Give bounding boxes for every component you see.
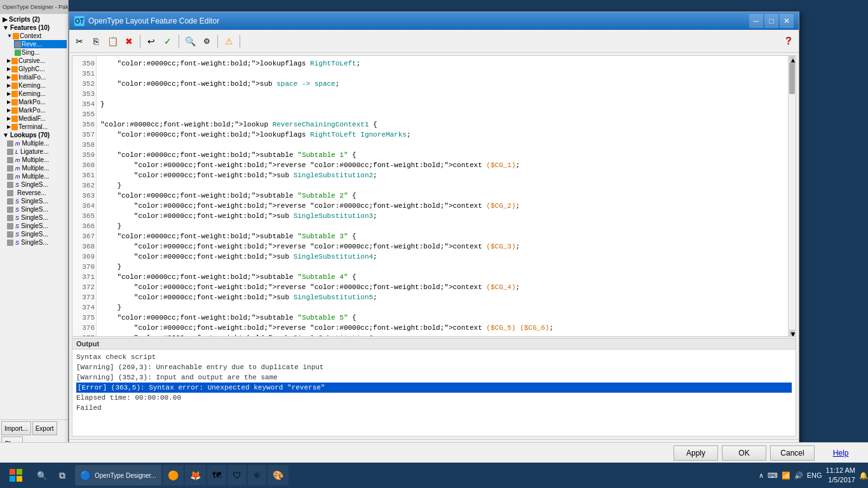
sidebar-item-cursive[interactable]: ▶Cursive... <box>6 57 67 65</box>
sidebar-item-medialf[interactable]: ▶MedialF... <box>6 114 67 123</box>
app-bottom-buttons: Import... Export Clear Code Editor... Ke… <box>0 419 68 437</box>
taskbar-item-browser[interactable]: 🦊 <box>185 465 206 485</box>
paste-button[interactable]: 📋 <box>105 34 120 49</box>
maps-icon: 🗺 <box>212 470 221 480</box>
line-number: 356 <box>82 121 95 128</box>
line-number: 376 <box>82 324 95 332</box>
undo-button[interactable]: ↩ <box>144 34 159 49</box>
sidebar-item-singles1[interactable]: SSingleS... <box>6 180 67 189</box>
line-number: 373 <box>82 294 95 301</box>
vertical-scrollbar[interactable]: ▲ ▼ <box>788 56 796 336</box>
find-button[interactable]: 🔍 <box>182 34 198 49</box>
sidebar-item-singles4[interactable]: SSingleS... <box>6 214 67 222</box>
output-header: Output <box>72 339 796 349</box>
settings-button[interactable]: ⚙ <box>199 34 214 49</box>
help-icon-button[interactable]: ? <box>781 34 796 49</box>
line-number: 370 <box>82 263 95 271</box>
sidebar-item-multiple2[interactable]: mMultiple... <box>6 156 67 164</box>
taskbar-item-shield[interactable]: 🛡 <box>227 465 247 485</box>
sidebar-item-singles5[interactable]: SSingleS... <box>6 222 67 230</box>
sidebar-item-singles6[interactable]: SSingleS... <box>6 230 67 238</box>
code-line: "color:#0000cc;font-weight:bold;">revers… <box>100 202 306 210</box>
toolbar-right: ? <box>781 34 796 49</box>
start-button[interactable] <box>0 463 32 488</box>
sidebar-item-initialfo[interactable]: ▶InitialFo... <box>6 73 67 81</box>
main-cancel-button[interactable]: Cancel <box>770 445 815 461</box>
main-help-button[interactable]: Help <box>818 445 863 461</box>
sidebar-item-singles2[interactable]: SSingleS... <box>6 197 67 205</box>
sidebar-item-terminal[interactable]: ▶Terminal... <box>6 123 67 131</box>
scrollbar-up-arrow[interactable]: ▲ <box>789 56 795 62</box>
taskbar-item-atom[interactable]: ⚛ <box>248 465 266 485</box>
import-button[interactable]: Import... <box>1 421 31 435</box>
code-panel[interactable]: 350 351 352 353 354 355 356 357 358 359 … <box>72 55 796 337</box>
main-app-title: OpenType Designer - Pak Nastaleeq (Beta … <box>3 4 68 10</box>
close-button[interactable]: ✕ <box>780 14 794 28</box>
sidebar-item-reverse[interactable]: Reve... <box>14 40 67 48</box>
export-button[interactable]: Export <box>32 421 57 435</box>
line-number: 352 <box>82 80 95 88</box>
sidebar-item-markpo1[interactable]: ▶MarkPo... <box>6 98 67 106</box>
minimize-button[interactable]: ─ <box>749 14 763 28</box>
sidebar-item-multiple3[interactable]: mMultiple... <box>6 164 67 172</box>
dialog-titlebar-left: OT OpenType Layout Feature Code Editor <box>74 16 219 26</box>
maximize-button[interactable]: □ <box>764 14 778 28</box>
code-line: "color:#0000cc;font-weight:bold;">subtab… <box>100 233 294 240</box>
code-line <box>100 70 105 78</box>
browser-icon: 🦊 <box>190 470 201 480</box>
code-line: "color:#0000cc;font-weight:bold;">subtab… <box>100 192 294 200</box>
code-line: "color:#0000cc;font-weight:bold;">revers… <box>100 243 306 250</box>
line-number: 364 <box>82 202 95 210</box>
scrollbar-down-arrow[interactable]: ▼ <box>789 330 795 336</box>
apply-button[interactable]: Apply <box>674 445 718 461</box>
delete-button[interactable]: ✖ <box>121 34 137 49</box>
sidebar-features[interactable]: ▼Features (10) <box>1 24 67 32</box>
line-number: 374 <box>82 304 95 311</box>
sidebar-lookup-list: mMultiple... LLigature... mMultiple... m… <box>1 139 67 247</box>
sidebar-item-markpo2[interactable]: ▶MarkPo... <box>6 106 67 114</box>
task-view-button[interactable]: ⧉ <box>52 463 72 488</box>
sidebar-item-singles7[interactable]: SSingleS... <box>6 238 67 247</box>
task-search-area: 🔍 <box>32 471 52 480</box>
taskbar-item-maps[interactable]: 🗺 <box>207 465 226 485</box>
scrollbar-thumb[interactable] <box>789 62 795 94</box>
taskbar-clock[interactable]: 11:12 AM 1/5/2017 <box>826 466 855 485</box>
taskbar-item-ot[interactable]: 🔵 OpenType Designer... <box>75 465 161 485</box>
sidebar-item-glyphc[interactable]: ▶GlyphC... <box>6 65 67 73</box>
warning-button[interactable]: ⚠ <box>221 34 236 49</box>
shield-icon: 🛡 <box>233 470 241 480</box>
code-line: "color:#0000cc;font-weight:bold;">revers… <box>100 161 306 169</box>
code-line <box>100 111 105 118</box>
sidebar-item-kerning1[interactable]: ▶Kerning... <box>6 81 67 90</box>
check-button[interactable]: ✓ <box>160 34 175 49</box>
sidebar-item-single[interactable]: Sing... <box>14 48 67 57</box>
code-line: "color:#0000cc;font-weight:bold;">sub <box>100 253 289 261</box>
output-panel: Output Syntax check script[Warning] (269… <box>72 338 796 437</box>
line-number: 365 <box>82 212 95 220</box>
sidebar-item-ligature[interactable]: LLigature... <box>6 147 67 156</box>
sidebar-lookups[interactable]: ▼Lookups (70) <box>1 131 67 139</box>
windows-logo-icon <box>9 468 23 482</box>
sidebar-item-singles3[interactable]: SSingleS... <box>6 205 67 214</box>
code-line: } <box>100 100 105 108</box>
main-ok-button[interactable]: OK <box>722 445 766 461</box>
sidebar-item-multiple4[interactable]: mMultiple... <box>6 172 67 180</box>
sidebar-item-reverse-lookup[interactable]: Reverse... <box>6 189 67 197</box>
tray-notification-icon[interactable]: 🔔 <box>859 471 868 480</box>
sidebar-item-context[interactable]: ▼Context <box>6 32 67 40</box>
code-content[interactable]: "color:#0000cc;font-weight:bold;">lookup… <box>97 56 788 336</box>
code-editor-dialog: OT OpenType Layout Feature Code Editor ─… <box>69 11 799 463</box>
sidebar-scripts[interactable]: ▶Scripts (2) <box>1 15 67 24</box>
code-line: "color:#0000cc;font-weight:bold;">subtab… <box>100 151 294 159</box>
tray-arrow[interactable]: ∧ <box>759 471 764 480</box>
cut-button[interactable]: ✂ <box>72 34 87 49</box>
copy-button[interactable]: ⎘ <box>88 34 104 49</box>
taskbar-item-paint[interactable]: 🎨 <box>268 465 288 485</box>
sidebar-item-multiple1[interactable]: mMultiple... <box>6 139 67 147</box>
code-line: "color:#0000cc;font-weight:bold;">lookup <box>100 121 268 128</box>
code-line: } <box>100 263 121 271</box>
taskbar-item-vlc[interactable]: 🟠 <box>163 465 184 485</box>
code-line: } <box>100 222 121 230</box>
sidebar-item-kerning2[interactable]: ▶Kerning... <box>6 90 67 98</box>
separator-3 <box>217 35 218 48</box>
